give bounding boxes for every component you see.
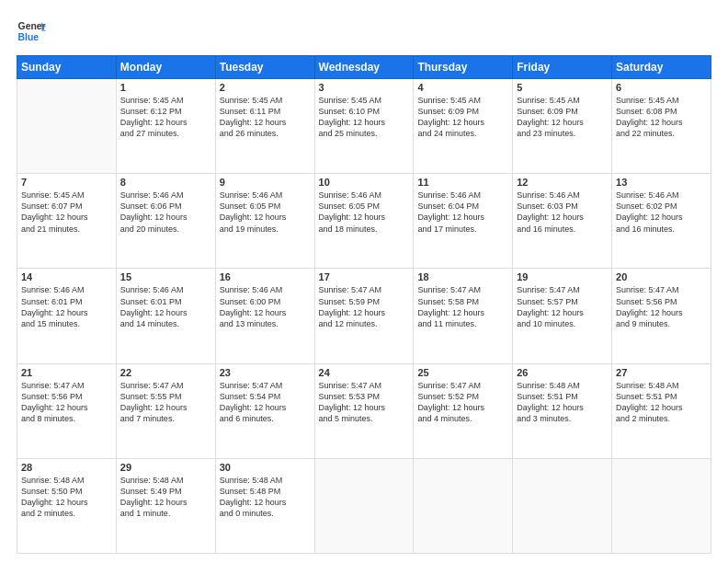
day-number: 28 bbox=[21, 462, 112, 473]
day-number: 29 bbox=[120, 462, 211, 473]
day-info: Sunrise: 5:45 AMSunset: 6:07 PMDaylight:… bbox=[21, 190, 112, 235]
calendar-cell bbox=[414, 458, 513, 553]
day-info: Sunrise: 5:47 AMSunset: 5:54 PMDaylight:… bbox=[220, 380, 311, 425]
day-info: Sunrise: 5:45 AMSunset: 6:11 PMDaylight:… bbox=[220, 95, 311, 140]
calendar-table: SundayMondayTuesdayWednesdayThursdayFrid… bbox=[17, 55, 711, 554]
calendar-cell: 11Sunrise: 5:46 AMSunset: 6:04 PMDayligh… bbox=[414, 174, 513, 269]
day-number: 19 bbox=[517, 271, 608, 282]
day-info: Sunrise: 5:46 AMSunset: 6:01 PMDaylight:… bbox=[21, 284, 112, 329]
day-info: Sunrise: 5:48 AMSunset: 5:48 PMDaylight:… bbox=[220, 475, 311, 520]
weekday-header: Wednesday bbox=[314, 56, 414, 79]
calendar-week-row: 7Sunrise: 5:45 AMSunset: 6:07 PMDaylight… bbox=[17, 174, 711, 269]
day-info: Sunrise: 5:47 AMSunset: 5:56 PMDaylight:… bbox=[616, 284, 707, 329]
calendar-cell: 18Sunrise: 5:47 AMSunset: 5:58 PMDayligh… bbox=[414, 269, 513, 363]
calendar-cell: 26Sunrise: 5:48 AMSunset: 5:51 PMDayligh… bbox=[513, 363, 612, 458]
calendar-cell: 9Sunrise: 5:46 AMSunset: 6:05 PMDaylight… bbox=[215, 174, 314, 269]
calendar-cell: 1Sunrise: 5:45 AMSunset: 6:12 PMDaylight… bbox=[116, 79, 215, 174]
day-info: Sunrise: 5:48 AMSunset: 5:51 PMDaylight:… bbox=[616, 380, 707, 425]
day-number: 3 bbox=[319, 82, 410, 93]
logo: General Blue bbox=[17, 17, 46, 46]
day-number: 21 bbox=[21, 367, 112, 378]
page: General Blue SundayMondayTuesdayWednesda… bbox=[0, 0, 728, 563]
calendar-week-row: 14Sunrise: 5:46 AMSunset: 6:01 PMDayligh… bbox=[17, 269, 711, 363]
weekday-header: Sunday bbox=[17, 56, 117, 79]
day-number: 9 bbox=[220, 177, 311, 188]
day-number: 17 bbox=[319, 271, 410, 282]
calendar-cell: 2Sunrise: 5:45 AMSunset: 6:11 PMDaylight… bbox=[215, 79, 314, 174]
day-number: 16 bbox=[220, 271, 311, 282]
day-info: Sunrise: 5:47 AMSunset: 5:56 PMDaylight:… bbox=[21, 380, 112, 425]
calendar-cell: 21Sunrise: 5:47 AMSunset: 5:56 PMDayligh… bbox=[17, 363, 117, 458]
day-number: 26 bbox=[517, 367, 608, 378]
calendar-cell bbox=[612, 458, 711, 553]
calendar-cell: 8Sunrise: 5:46 AMSunset: 6:06 PMDaylight… bbox=[116, 174, 215, 269]
calendar-cell: 30Sunrise: 5:48 AMSunset: 5:48 PMDayligh… bbox=[215, 458, 314, 553]
day-number: 14 bbox=[21, 271, 112, 282]
day-info: Sunrise: 5:46 AMSunset: 6:05 PMDaylight:… bbox=[319, 190, 410, 235]
day-number: 1 bbox=[120, 82, 211, 93]
day-number: 25 bbox=[417, 367, 508, 378]
day-info: Sunrise: 5:48 AMSunset: 5:49 PMDaylight:… bbox=[120, 475, 211, 520]
calendar-cell: 25Sunrise: 5:47 AMSunset: 5:52 PMDayligh… bbox=[414, 363, 513, 458]
day-number: 18 bbox=[417, 271, 508, 282]
calendar-cell: 15Sunrise: 5:46 AMSunset: 6:01 PMDayligh… bbox=[116, 269, 215, 363]
day-info: Sunrise: 5:47 AMSunset: 5:59 PMDaylight:… bbox=[319, 284, 410, 329]
day-number: 11 bbox=[417, 177, 508, 188]
day-info: Sunrise: 5:47 AMSunset: 5:58 PMDaylight:… bbox=[417, 284, 508, 329]
day-number: 6 bbox=[616, 82, 707, 93]
day-info: Sunrise: 5:45 AMSunset: 6:08 PMDaylight:… bbox=[616, 95, 707, 140]
calendar-cell: 16Sunrise: 5:46 AMSunset: 6:00 PMDayligh… bbox=[215, 269, 314, 363]
calendar-cell: 24Sunrise: 5:47 AMSunset: 5:53 PMDayligh… bbox=[314, 363, 414, 458]
calendar-week-row: 1Sunrise: 5:45 AMSunset: 6:12 PMDaylight… bbox=[17, 79, 711, 174]
day-info: Sunrise: 5:45 AMSunset: 6:12 PMDaylight:… bbox=[120, 95, 211, 140]
day-number: 23 bbox=[220, 367, 311, 378]
day-number: 20 bbox=[616, 271, 707, 282]
day-number: 7 bbox=[21, 177, 112, 188]
calendar-cell: 28Sunrise: 5:48 AMSunset: 5:50 PMDayligh… bbox=[17, 458, 117, 553]
day-info: Sunrise: 5:46 AMSunset: 6:03 PMDaylight:… bbox=[517, 190, 608, 235]
calendar-cell: 3Sunrise: 5:45 AMSunset: 6:10 PMDaylight… bbox=[314, 79, 414, 174]
calendar-cell: 6Sunrise: 5:45 AMSunset: 6:08 PMDaylight… bbox=[612, 79, 711, 174]
day-info: Sunrise: 5:47 AMSunset: 5:52 PMDaylight:… bbox=[417, 380, 508, 425]
calendar-cell: 29Sunrise: 5:48 AMSunset: 5:49 PMDayligh… bbox=[116, 458, 215, 553]
weekday-header: Tuesday bbox=[215, 56, 314, 79]
calendar-cell: 10Sunrise: 5:46 AMSunset: 6:05 PMDayligh… bbox=[314, 174, 414, 269]
header: General Blue bbox=[17, 17, 711, 46]
day-info: Sunrise: 5:45 AMSunset: 6:09 PMDaylight:… bbox=[417, 95, 508, 140]
calendar-week-row: 28Sunrise: 5:48 AMSunset: 5:50 PMDayligh… bbox=[17, 458, 711, 553]
calendar-cell: 20Sunrise: 5:47 AMSunset: 5:56 PMDayligh… bbox=[612, 269, 711, 363]
calendar-cell: 4Sunrise: 5:45 AMSunset: 6:09 PMDaylight… bbox=[414, 79, 513, 174]
calendar-cell: 23Sunrise: 5:47 AMSunset: 5:54 PMDayligh… bbox=[215, 363, 314, 458]
day-info: Sunrise: 5:46 AMSunset: 6:01 PMDaylight:… bbox=[120, 284, 211, 329]
calendar-cell: 14Sunrise: 5:46 AMSunset: 6:01 PMDayligh… bbox=[17, 269, 117, 363]
calendar-cell bbox=[314, 458, 414, 553]
day-info: Sunrise: 5:45 AMSunset: 6:10 PMDaylight:… bbox=[319, 95, 410, 140]
calendar-week-row: 21Sunrise: 5:47 AMSunset: 5:56 PMDayligh… bbox=[17, 363, 711, 458]
day-info: Sunrise: 5:46 AMSunset: 6:06 PMDaylight:… bbox=[120, 190, 211, 235]
day-info: Sunrise: 5:46 AMSunset: 6:02 PMDaylight:… bbox=[616, 190, 707, 235]
svg-text:Blue: Blue bbox=[18, 32, 40, 42]
calendar-cell: 7Sunrise: 5:45 AMSunset: 6:07 PMDaylight… bbox=[17, 174, 117, 269]
day-number: 2 bbox=[220, 82, 311, 93]
day-info: Sunrise: 5:48 AMSunset: 5:50 PMDaylight:… bbox=[21, 475, 112, 520]
day-info: Sunrise: 5:47 AMSunset: 5:57 PMDaylight:… bbox=[517, 284, 608, 329]
day-number: 5 bbox=[517, 82, 608, 93]
day-info: Sunrise: 5:46 AMSunset: 6:00 PMDaylight:… bbox=[220, 284, 311, 329]
calendar-cell bbox=[513, 458, 612, 553]
calendar-cell: 13Sunrise: 5:46 AMSunset: 6:02 PMDayligh… bbox=[612, 174, 711, 269]
calendar-cell: 27Sunrise: 5:48 AMSunset: 5:51 PMDayligh… bbox=[612, 363, 711, 458]
weekday-header: Monday bbox=[116, 56, 215, 79]
day-info: Sunrise: 5:47 AMSunset: 5:55 PMDaylight:… bbox=[120, 380, 211, 425]
day-info: Sunrise: 5:46 AMSunset: 6:05 PMDaylight:… bbox=[220, 190, 311, 235]
day-number: 12 bbox=[517, 177, 608, 188]
calendar-cell: 19Sunrise: 5:47 AMSunset: 5:57 PMDayligh… bbox=[513, 269, 612, 363]
day-number: 30 bbox=[220, 462, 311, 473]
day-number: 27 bbox=[616, 367, 707, 378]
day-info: Sunrise: 5:47 AMSunset: 5:53 PMDaylight:… bbox=[319, 380, 410, 425]
day-number: 13 bbox=[616, 177, 707, 188]
day-number: 22 bbox=[120, 367, 211, 378]
calendar-cell: 12Sunrise: 5:46 AMSunset: 6:03 PMDayligh… bbox=[513, 174, 612, 269]
weekday-header-row: SundayMondayTuesdayWednesdayThursdayFrid… bbox=[17, 56, 711, 79]
weekday-header: Saturday bbox=[612, 56, 711, 79]
weekday-header: Thursday bbox=[414, 56, 513, 79]
